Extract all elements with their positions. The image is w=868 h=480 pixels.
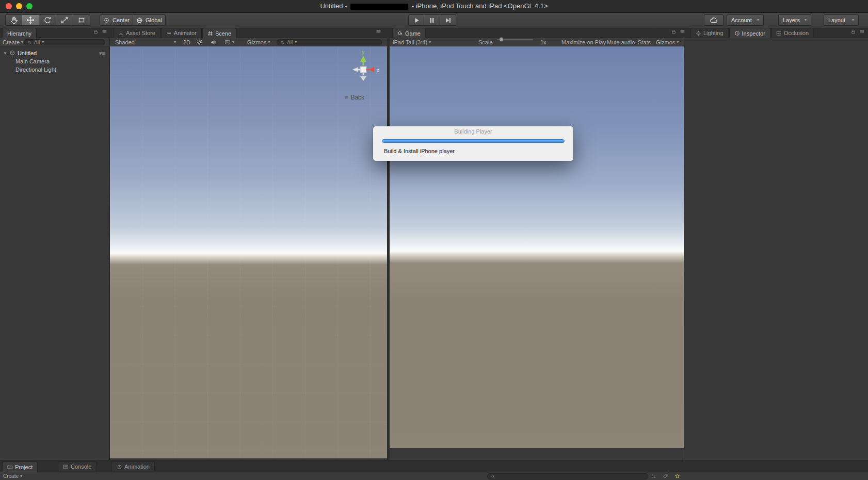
tab-hierarchy[interactable]: Hierarchy [2, 28, 37, 38]
pivot-space-toggles: Center Global [100, 14, 166, 26]
step-button[interactable] [440, 14, 456, 26]
tab-asset-store[interactable]: Asset Store [113, 28, 160, 38]
hierarchy-item-scene[interactable]: ▼ Untitled ▾≡ [0, 49, 109, 57]
tab-occlusion[interactable]: Occlusion [771, 28, 814, 38]
space-mode-label: Global [146, 17, 162, 23]
aspect-ratio-dropdown[interactable]: iPad Tall (3:4) ▾ [393, 39, 431, 45]
left-axis-cone[interactable] [352, 68, 358, 72]
column-settings-icon[interactable] [651, 473, 656, 479]
lock-icon[interactable] [850, 29, 856, 35]
scene-effects-dropdown[interactable]: ▾ [224, 39, 234, 45]
search-icon [27, 40, 32, 45]
window-title: Untitled - - iPhone, iPod Touch and iPad… [0, 0, 868, 12]
account-dropdown[interactable]: Account ▾ [727, 14, 764, 26]
hierarchy-create-dropdown[interactable]: Create ▾ [3, 39, 23, 45]
tab-animator[interactable]: Animator [161, 28, 202, 38]
tab-animation[interactable]: Animation [111, 461, 155, 471]
scene-tab-label: Scene [215, 30, 231, 37]
scene-search-input[interactable]: All ▾ [277, 39, 382, 45]
panel-menu-icon[interactable] [859, 29, 865, 35]
scene-audio-toggle[interactable] [210, 39, 216, 45]
lock-icon[interactable] [671, 29, 677, 35]
console-icon [63, 464, 69, 470]
lock-icon[interactable] [93, 29, 99, 35]
y-axis-cone[interactable] [360, 56, 366, 62]
scale-slider-track[interactable] [497, 39, 533, 40]
scene-gizmos-dropdown[interactable]: Gizmos ▾ [247, 39, 270, 45]
axis-y-label: y [362, 49, 364, 55]
rotate-tool-button[interactable] [39, 14, 56, 26]
maximize-on-play-toggle[interactable]: Maximize on Play [561, 39, 606, 45]
tab-lighting[interactable]: Lighting [690, 28, 729, 38]
game-gizmos-dropdown[interactable]: Gizmos ▾ [656, 39, 679, 45]
scale-tool-button[interactable] [56, 14, 73, 26]
favorites-star-icon[interactable] [674, 473, 680, 479]
chevron-down-icon: ▾ [42, 40, 44, 44]
scale-slider-knob[interactable] [499, 37, 504, 42]
animation-tab-label: Animation [124, 464, 150, 470]
view-direction-menu[interactable]: ≡ Back [345, 94, 364, 101]
pause-button[interactable] [424, 14, 440, 26]
redacted-project-name [350, 4, 408, 10]
x-axis-cone[interactable] [369, 67, 374, 72]
services-cloud-button[interactable] [704, 14, 724, 26]
hierarchy-item-main-camera[interactable]: Main Camera [0, 57, 109, 65]
folder-icon [7, 464, 13, 470]
down-axis-cone[interactable] [360, 76, 366, 81]
scene-name-label: Untitled [18, 50, 37, 56]
unity-editor-window: Untitled - - iPhone, iPod Touch and iPad… [0, 0, 868, 480]
hierarchy-tabs: Hierarchy [2, 28, 37, 38]
panel-menu-icon[interactable] [102, 29, 107, 35]
aspect-ratio-label: iPad Tall (3:4) [393, 39, 427, 45]
layout-dropdown[interactable]: Layout ▾ [824, 14, 859, 26]
hierarchy-toolbar: Create ▾ All ▾ [0, 38, 110, 46]
scale-slider[interactable] [497, 39, 533, 40]
panel-menu-icon[interactable] [376, 29, 381, 35]
tab-console[interactable]: Console [58, 461, 97, 471]
scene-lighting-toggle[interactable] [197, 39, 203, 45]
pivot-mode-button[interactable]: Center [100, 14, 133, 26]
tab-project[interactable]: Project [2, 461, 38, 472]
gizmos-label: Gizmos [247, 39, 266, 45]
build-status-text: Build & Install iPhone player [384, 148, 455, 154]
2d-toggle-button[interactable]: 2D [183, 39, 190, 45]
game-tab-options [671, 29, 685, 35]
draw-mode-dropdown[interactable]: Shaded ▾ [115, 39, 176, 45]
rect-tool-button[interactable] [73, 14, 90, 26]
chevron-down-icon: ▾ [295, 40, 297, 44]
globe-icon [136, 17, 143, 24]
asset-store-tab-label: Asset Store [126, 30, 155, 36]
play-button[interactable] [408, 14, 424, 26]
mute-audio-toggle[interactable]: Mute audio [607, 39, 635, 45]
scene-view-toolbar: Shaded ▾ 2D ▾ Gizmos ▾ All ▾ [110, 38, 387, 46]
menu-icon: ≡ [345, 94, 348, 101]
project-create-dropdown[interactable]: Create ▾ [3, 473, 22, 479]
2d-label: 2D [183, 39, 190, 45]
console-tab-wrap: Console [58, 461, 97, 472]
hand-tool-button[interactable] [5, 14, 22, 26]
hierarchy-panel: ▼ Untitled ▾≡ Main Camera Directional Li… [0, 46, 110, 460]
scene-orientation-gizmo[interactable]: y x [341, 49, 386, 84]
tab-scene[interactable]: Scene [202, 28, 236, 38]
create-label: Create [3, 473, 19, 479]
stats-toggle[interactable]: Stats [638, 39, 651, 45]
rect-transform-icon [77, 16, 86, 24]
asset-labels-icon[interactable] [663, 473, 668, 479]
inspector-panel [684, 38, 868, 460]
gizmo-center-cube[interactable] [360, 67, 366, 73]
view-direction-label: Back [350, 94, 364, 101]
disclosure-triangle-icon[interactable]: ▼ [3, 51, 7, 56]
project-search-input[interactable] [487, 473, 648, 479]
hierarchy-item-directional-light[interactable]: Directional Light [0, 65, 109, 74]
scene-viewport[interactable]: y x ≡ Back [110, 46, 387, 458]
panel-menu-icon[interactable] [680, 29, 685, 35]
hierarchy-search-input[interactable]: All ▾ [24, 39, 105, 45]
tab-inspector[interactable]: Inspector [729, 28, 770, 38]
tab-game[interactable]: Game [392, 28, 426, 38]
building-player-dialog: Building Player Build & Install iPhone p… [373, 126, 573, 161]
pause-icon [428, 16, 436, 24]
scene-context-menu-icon[interactable]: ▾≡ [99, 50, 105, 57]
move-tool-button[interactable] [22, 14, 39, 26]
layers-dropdown[interactable]: Layers ▾ [778, 14, 811, 26]
space-mode-button[interactable]: Global [133, 14, 166, 26]
